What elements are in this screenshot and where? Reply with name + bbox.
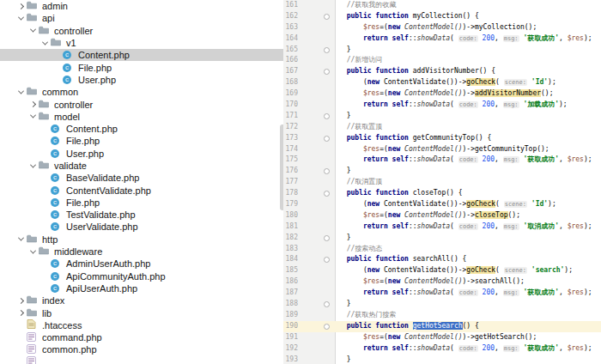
chevron-right-icon[interactable] [15, 4, 27, 9]
fold-start-marker-icon[interactable] [324, 14, 330, 20]
code-line[interactable]: 162 public function myCollection() { [283, 11, 601, 22]
fold-start-marker-icon[interactable] [324, 324, 330, 330]
code-line[interactable]: 182 } [283, 233, 601, 244]
tree-item-adminuserauth-php[interactable]: cAdminUserAuth.php [0, 258, 283, 270]
tree-item-apiuserauth-php[interactable]: cApiUserAuth.php [0, 282, 283, 294]
tree-item-file-php[interactable]: cFile.php [0, 61, 283, 73]
code-token: new [388, 145, 400, 153]
code-line[interactable]: 178 public function closeTop() { [283, 188, 601, 199]
tree-item-controller[interactable]: controller [0, 25, 283, 37]
code-line[interactable]: 191 $res=(new ContentModel())->getHotSea… [283, 332, 601, 343]
fold-end-marker-icon[interactable] [324, 168, 330, 174]
tree-item-label: command.php [40, 332, 102, 343]
code-token: , [559, 344, 568, 352]
tree-item-common[interactable]: common [0, 86, 283, 98]
code-token: $res [363, 333, 379, 341]
chevron-down-icon[interactable] [15, 90, 27, 94]
tree-item-file-php[interactable]: cFile.php [0, 197, 283, 209]
code-token: } [338, 355, 350, 363]
code-token: new [367, 266, 379, 274]
tree-item-v1[interactable]: v1 [0, 37, 283, 49]
chevron-down-icon[interactable] [27, 114, 39, 118]
fold-start-marker-icon[interactable] [324, 69, 330, 75]
code-line[interactable]: 176 } [283, 166, 601, 177]
code-line[interactable]: 188 } [283, 299, 601, 310]
tree-item-apicommunityauth-php[interactable]: cApiCommunityAuth.php [0, 270, 283, 282]
chevron-down-icon[interactable] [39, 41, 51, 46]
tree-item-index[interactable]: index [0, 294, 283, 306]
tree-item-contentvalidate-php[interactable]: cContentValidate.php [0, 184, 283, 196]
php-class-icon: c [63, 64, 71, 72]
code-line[interactable]: 161 //获取我的收藏 [283, 0, 601, 11]
code-token: $res [363, 145, 379, 153]
tree-item-content-php[interactable]: cContent.php [0, 49, 283, 61]
chevron-down-icon[interactable] [27, 164, 39, 168]
fold-start-marker-icon[interactable] [324, 136, 330, 142]
code-line[interactable]: 173 public function getCommunityTop() { [283, 133, 601, 144]
code-line[interactable]: 171 } [283, 111, 601, 122]
code-line[interactable]: 193 } [283, 355, 601, 364]
fold-start-marker-icon[interactable] [324, 191, 330, 197]
code-token: new [388, 89, 400, 97]
tree-item-content-php[interactable]: cContent.php [0, 123, 283, 135]
tree-item-validate[interactable]: validate [0, 160, 283, 172]
tree-item-command-php[interactable]: command.php [0, 331, 283, 343]
tree-item-model[interactable]: model [0, 111, 283, 123]
code-line[interactable]: 170 return self::showData( code: 200, ms… [283, 100, 601, 111]
code-line[interactable]: 187 return self::showData( code: 200, ms… [283, 288, 601, 299]
code-line[interactable]: 192 return self::showData( code: 200, ms… [283, 343, 601, 355]
chevron-down-icon[interactable] [15, 237, 27, 241]
tree-item-user-php[interactable]: cUser.php [0, 74, 283, 86]
code-line[interactable]: 166 //新增访问 [283, 55, 601, 66]
fold-end-marker-icon[interactable] [324, 47, 330, 53]
fold-end-marker-icon[interactable] [324, 235, 330, 241]
code-line[interactable]: 180 $res=(new ContentModel())->closeTop(… [283, 210, 601, 221]
tree-item-controller[interactable]: controller [0, 98, 283, 110]
chevron-right-icon[interactable] [15, 299, 27, 303]
code-token: $res [568, 34, 584, 42]
tree-item-file-php[interactable]: cFile.php [0, 135, 283, 147]
code-line[interactable]: 169 $res=(new ContentModel())->addVisito… [283, 88, 601, 100]
code-line[interactable]: 168 (new ContentValidate())->goCheck( sc… [283, 77, 601, 88]
code-line[interactable]: 164 return self::showData( code: 200, ms… [283, 33, 601, 45]
chevron-down-icon[interactable] [15, 16, 27, 21]
tree-item-http[interactable]: http [0, 234, 283, 246]
tree-item-lib[interactable]: lib [0, 306, 283, 318]
code-line[interactable]: 175 return self::showData( code: 200, ms… [283, 155, 601, 166]
code-line[interactable]: 189 //获取热门搜索 [283, 310, 601, 321]
code-line[interactable]: 163 $res=(new ContentModel())->myCollect… [283, 22, 601, 33]
code-line[interactable]: 181 return self::showData( code: 200, ms… [283, 221, 601, 233]
code-token: getHotSearch [413, 322, 463, 330]
fold-start-marker-icon[interactable] [324, 257, 330, 263]
tree-item-admin[interactable]: admin [0, 0, 283, 12]
code-line[interactable]: 165 } [283, 45, 601, 56]
code-line[interactable]: 186 $res=(new ContentModel())->searchAll… [283, 276, 601, 288]
tree-item[interactable] [0, 356, 283, 364]
code-line[interactable]: 172 //获取置顶 [283, 122, 601, 133]
code-line[interactable]: 183 //搜索动态 [283, 244, 601, 255]
tree-item-label: api [40, 13, 55, 23]
tree-item--htaccess[interactable]: .htaccess [0, 319, 283, 331]
code-line[interactable]: 174 $res=(new ContentModel())->getCommun… [283, 144, 601, 155]
code-line[interactable]: 185 (new ContentValidate())->goCheck( sc… [283, 265, 601, 276]
tree-item-label: Content.php [64, 124, 118, 134]
tree-item-basevalidate-php[interactable]: cBaseValidate.php [0, 172, 283, 184]
tree-item-uservalidate-php[interactable]: cUserValidate.php [0, 221, 283, 233]
tree-item-middleware[interactable]: middleware [0, 246, 283, 258]
code-line[interactable]: 177 //取消置顶 [283, 177, 601, 188]
code-line[interactable]: 184 public function searchAll() { [283, 254, 601, 265]
fold-end-marker-icon[interactable] [324, 113, 330, 119]
chevron-right-icon[interactable] [15, 311, 27, 315]
chevron-right-icon[interactable] [27, 102, 39, 106]
tree-item-api[interactable]: api [0, 12, 283, 24]
code-line[interactable]: 167 public function addVisitorNumber() { [283, 66, 601, 77]
code-line[interactable]: 190 public function getHotSearch() { [283, 321, 601, 332]
code-line[interactable]: 179 (new ContentValidate())->goCheck( sc… [283, 199, 601, 210]
fold-end-marker-icon[interactable] [324, 301, 330, 307]
tree-item-common-php[interactable]: common.php [0, 343, 283, 355]
chevron-down-icon[interactable] [27, 28, 39, 33]
tree-item-user-php[interactable]: cUser.php [0, 148, 283, 160]
code-token: //取消置顶 [338, 178, 382, 185]
tree-item-testvalidate-php[interactable]: cTestValidate.php [0, 209, 283, 221]
chevron-down-icon[interactable] [27, 250, 39, 254]
